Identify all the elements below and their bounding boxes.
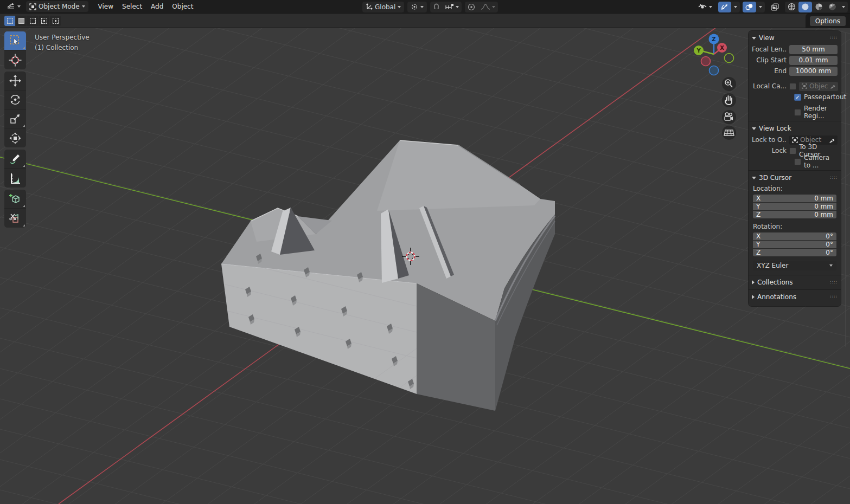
sidebar-panel: View ∷∷ Focal Len... 50 mm Clip Start 0.… <box>749 31 841 306</box>
rotation-mode-dropdown[interactable]: XYZ Euler <box>753 261 836 270</box>
snap-target-dropdown[interactable] <box>443 2 462 12</box>
select-mode-invert[interactable] <box>39 16 49 26</box>
cursor-tool-button[interactable] <box>4 50 26 69</box>
gizmo-y-neg-axis[interactable] <box>725 54 734 63</box>
lock-to-3d-cursor-checkbox[interactable] <box>789 147 796 154</box>
chevron-right-icon <box>752 280 755 285</box>
cursor-rotation-z-field[interactable]: Z0° <box>753 249 836 256</box>
gizmo-x-neg-axis[interactable] <box>701 57 711 66</box>
view-panel-header[interactable]: View ∷∷ <box>749 32 841 44</box>
clip-end-label: End <box>752 67 787 75</box>
blender-window: Object Mode ViewSelectAddObject Global <box>0 0 850 504</box>
shading-dropdown[interactable] <box>839 2 848 12</box>
chevron-down-icon <box>842 6 845 8</box>
collections-panel-header[interactable]: Collections ∷∷ <box>749 276 841 288</box>
editor-type-button[interactable] <box>3 1 24 12</box>
collections-panel: Collections ∷∷ <box>749 275 841 289</box>
drag-dots[interactable]: ∷∷ <box>830 280 838 285</box>
cursor-rotation-y-field[interactable]: Y0° <box>753 241 836 248</box>
gizmo-arrow-icon <box>721 3 728 11</box>
focal-length-field[interactable]: 50 mm <box>789 45 838 54</box>
eye-icon <box>698 4 707 10</box>
transform-tool-button[interactable] <box>4 128 26 147</box>
gizmo-z-label: Z <box>712 36 715 42</box>
show-gizmos-toggle[interactable] <box>718 2 731 12</box>
pan-hand-button[interactable] <box>722 93 736 107</box>
select-mode-extend[interactable] <box>16 16 27 26</box>
nav-gizmo[interactable]: Z X Y <box>694 34 734 75</box>
proportional-falloff-dropdown[interactable] <box>478 2 498 12</box>
object-name: Objec <box>809 82 828 90</box>
cursor-location-x-field[interactable]: X0 mm <box>753 195 836 202</box>
gizmo-y-label: Y <box>696 48 701 54</box>
clip-end-field[interactable]: 10000 mm <box>789 67 838 76</box>
drag-dots[interactable]: ∷∷ <box>830 175 838 180</box>
add-cube-tool-button[interactable] <box>4 190 26 209</box>
menu-view[interactable]: View <box>94 2 118 11</box>
viewport-3d[interactable]: Z X Y <box>0 28 850 504</box>
transform-orientation-dropdown[interactable]: Global <box>362 2 404 12</box>
panel-title: 3D Cursor <box>759 174 791 182</box>
select-box-tool-button[interactable] <box>4 31 26 50</box>
snap-toggle-button[interactable] <box>430 2 443 12</box>
drag-dots[interactable]: ∷∷ <box>830 294 838 300</box>
rotation-mode-value: XYZ Euler <box>757 262 788 269</box>
panel-scrollbar[interactable] <box>845 33 846 347</box>
menu-object[interactable]: Object <box>168 2 197 11</box>
shading-rendered-button[interactable] <box>826 2 839 12</box>
chevron-right-icon <box>752 295 755 299</box>
measure-icon <box>9 172 22 185</box>
annotate-tool-button[interactable] <box>4 150 26 169</box>
pivot-point-dropdown[interactable] <box>407 2 427 12</box>
proportional-edit-button[interactable] <box>465 2 478 12</box>
lock-object-label: Lock to O... <box>752 136 787 144</box>
camera-view-button[interactable] <box>722 110 736 124</box>
lock-label: Lock <box>752 147 787 154</box>
visibility-dropdown[interactable] <box>695 2 715 12</box>
model-object[interactable] <box>206 140 555 504</box>
cursor-location-y-field[interactable]: Y0 mm <box>753 203 836 210</box>
move-tool-button[interactable] <box>4 72 26 91</box>
scale-tool-button[interactable] <box>4 109 26 128</box>
render-region-checkbox[interactable] <box>794 109 801 116</box>
drag-dots[interactable]: ∷∷ <box>830 35 838 41</box>
object-mode-icon <box>29 3 36 10</box>
overlays-dropdown[interactable] <box>756 2 765 12</box>
gizmo-z-neg-axis[interactable] <box>710 66 719 75</box>
zoom-button[interactable] <box>722 77 736 91</box>
toggle-ortho-button[interactable] <box>722 126 736 140</box>
cursor-panel-header[interactable]: 3D Cursor ∷∷ <box>749 172 841 184</box>
show-overlays-toggle[interactable] <box>743 2 756 12</box>
mode-dropdown[interactable]: Object Mode <box>26 1 88 12</box>
local-camera-object-field[interactable]: Objec <box>799 82 838 91</box>
cursor-rotation-x-field[interactable]: X0° <box>753 232 836 240</box>
view-lock-panel: View Lock Lock to O... Object <box>749 121 841 170</box>
cursor-icon <box>9 54 22 67</box>
clip-start-field[interactable]: 0.01 mm <box>789 56 838 65</box>
object-icon <box>802 83 807 89</box>
local-camera-checkbox[interactable] <box>789 83 796 90</box>
shading-wireframe-button[interactable] <box>785 2 798 12</box>
carve-tool-button[interactable] <box>4 209 26 228</box>
shading-material-button[interactable] <box>812 2 826 12</box>
select-mode-subtract-icon <box>30 18 36 24</box>
camera-to-view-checkbox[interactable] <box>794 158 801 165</box>
chevron-down-icon <box>17 5 21 8</box>
annotations-panel-header[interactable]: Annotations ∷∷ <box>749 291 841 303</box>
view-lock-panel-header[interactable]: View Lock <box>749 122 841 134</box>
rotate-tool-button[interactable] <box>4 91 26 109</box>
select-mode-subtract[interactable] <box>27 16 38 26</box>
gizmos-dropdown[interactable] <box>731 2 740 12</box>
passepartout-checkbox[interactable]: ✓ <box>794 94 801 101</box>
chevron-down-icon <box>759 6 762 8</box>
menu-add[interactable]: Add <box>146 2 168 11</box>
select-mode-intersect[interactable] <box>50 16 61 26</box>
measure-tool-button[interactable] <box>4 169 26 188</box>
proportional-edit-group <box>465 2 498 12</box>
menu-select[interactable]: Select <box>118 2 146 11</box>
select-mode-new[interactable] <box>4 16 15 26</box>
xray-toggle[interactable] <box>768 2 782 12</box>
options-button[interactable]: Options <box>810 16 846 26</box>
cursor-location-z-field[interactable]: Z0 mm <box>753 211 836 218</box>
shading-solid-button[interactable] <box>798 2 812 12</box>
